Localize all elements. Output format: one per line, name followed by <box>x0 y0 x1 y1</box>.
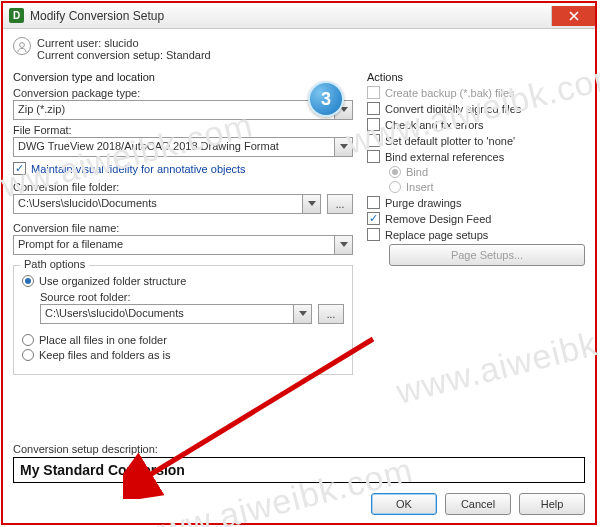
current-user-label: Current user: <box>37 37 101 49</box>
conversion-filename-label: Conversion file name: <box>13 222 353 234</box>
chevron-down-icon[interactable] <box>335 235 353 255</box>
radio-keep-asis-label: Keep files and folders as is <box>39 349 170 361</box>
dialog-window: D Modify Conversion Setup Current user: … <box>1 1 597 525</box>
section-conversion-type: Conversion type and location <box>13 71 353 83</box>
maintain-fidelity-label: Maintain visual fidelity for annotative … <box>31 163 246 175</box>
lbl-create-backup: Create backup (*.bak) files <box>385 87 515 99</box>
current-user-block: Current user: slucido Current conversion… <box>13 37 585 61</box>
cancel-button[interactable]: Cancel <box>445 493 511 515</box>
chevron-down-icon[interactable] <box>303 194 321 214</box>
window-title: Modify Conversion Setup <box>30 9 164 23</box>
chk-remove-feed[interactable] <box>367 212 380 225</box>
conversion-filename-value: Prompt for a filename <box>13 235 335 255</box>
file-format-value: DWG TrueView 2018/AutoCAD 2018 Drawing F… <box>13 137 335 157</box>
radio-one-folder-label: Place all files in one folder <box>39 334 167 346</box>
lbl-bind-external: Bind external references <box>385 151 504 163</box>
current-setup-label: Current conversion setup: <box>37 49 163 61</box>
chk-check-fix[interactable] <box>367 118 380 131</box>
lbl-convert-signed: Convert digitally signed files <box>385 103 521 115</box>
source-root-dropdown[interactable]: C:\Users\slucido\Documents <box>40 304 312 324</box>
lbl-replace-setups: Replace page setups <box>385 229 488 241</box>
titlebar: D Modify Conversion Setup <box>3 3 595 29</box>
chk-replace-setups[interactable] <box>367 228 380 241</box>
source-root-value: C:\Users\slucido\Documents <box>40 304 294 324</box>
chk-bind-external[interactable] <box>367 150 380 163</box>
file-format-dropdown[interactable]: DWG TrueView 2018/AutoCAD 2018 Drawing F… <box>13 137 353 157</box>
package-type-label: Conversion package type: <box>13 87 353 99</box>
dialog-buttons: OK Cancel Help <box>371 493 585 515</box>
window-buttons <box>551 6 595 26</box>
description-input[interactable]: My Standard Conversion <box>13 457 585 483</box>
package-type-dropdown[interactable]: Zip (*.zip) <box>13 100 353 120</box>
actions-heading: Actions <box>367 71 585 83</box>
radio-insert <box>389 181 401 193</box>
chevron-down-icon[interactable] <box>335 137 353 157</box>
page-setups-button: Page Setups... <box>389 244 585 266</box>
svg-point-0 <box>20 42 25 47</box>
lbl-purge: Purge drawings <box>385 197 461 209</box>
help-button[interactable]: Help <box>519 493 585 515</box>
lbl-bind: Bind <box>406 166 428 178</box>
lbl-remove-feed: Remove Design Feed <box>385 213 491 225</box>
conversion-folder-value: C:\Users\slucido\Documents <box>13 194 303 214</box>
app-icon: D <box>9 8 24 23</box>
conversion-folder-dropdown[interactable]: C:\Users\slucido\Documents <box>13 194 321 214</box>
chk-purge[interactable] <box>367 196 380 209</box>
chk-convert-signed[interactable] <box>367 102 380 115</box>
lbl-default-plotter: Set default plotter to 'none' <box>385 135 515 147</box>
user-icon <box>13 37 31 55</box>
maintain-fidelity-checkbox[interactable] <box>13 162 26 175</box>
package-type-value: Zip (*.zip) <box>13 100 335 120</box>
path-options-legend: Path options <box>20 258 89 270</box>
radio-bind <box>389 166 401 178</box>
file-format-label: File Format: <box>13 124 353 136</box>
radio-one-folder[interactable] <box>22 334 34 346</box>
radio-organized-structure[interactable] <box>22 275 34 287</box>
chevron-down-icon[interactable] <box>294 304 312 324</box>
path-options-group: Path options Use organized folder struct… <box>13 265 353 375</box>
current-user-value: slucido <box>104 37 138 49</box>
description-label: Conversion setup description: <box>13 443 585 455</box>
left-column: Conversion type and location Conversion … <box>13 69 353 375</box>
step-badge: 3 <box>308 81 344 117</box>
chk-create-backup <box>367 86 380 99</box>
lbl-check-fix: Check and fix errors <box>385 119 483 131</box>
ok-button[interactable]: OK <box>371 493 437 515</box>
browse-folder-button[interactable]: ... <box>327 194 353 214</box>
conversion-filename-dropdown[interactable]: Prompt for a filename <box>13 235 353 255</box>
source-root-label: Source root folder: <box>40 291 344 303</box>
lbl-insert: Insert <box>406 181 434 193</box>
radio-organized-label: Use organized folder structure <box>39 275 186 287</box>
close-button[interactable] <box>551 6 595 26</box>
right-column: Actions Create backup (*.bak) files Conv… <box>367 69 585 375</box>
description-section: Conversion setup description: My Standar… <box>13 443 585 483</box>
browse-source-button[interactable]: ... <box>318 304 344 324</box>
conversion-folder-label: Conversion file folder: <box>13 181 353 193</box>
chk-default-plotter[interactable] <box>367 134 380 147</box>
radio-keep-asis[interactable] <box>22 349 34 361</box>
current-setup-value: Standard <box>166 49 211 61</box>
